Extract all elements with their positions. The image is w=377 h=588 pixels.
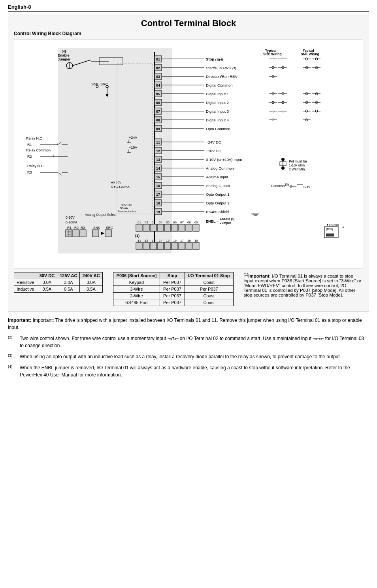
note-2-item: (2) Two wire control shown. For three wi… — [8, 335, 369, 349]
svg-text:○24V: ○24V — [303, 185, 311, 189]
terminal-col1-header: P036 [Start Source] — [113, 272, 160, 279]
svg-rect-237 — [186, 242, 192, 250]
header-label: English-8 — [8, 4, 31, 10]
svg-text:01: 01 — [156, 57, 160, 61]
tables-section: 30V DC 125V AC 240V AC Resistive 3.0A 3.… — [14, 272, 363, 306]
table-row: RS485 Port Per P037 Coast — [113, 299, 233, 306]
resistive-table: 30V DC 125V AC 240V AC Resistive 3.0A 3.… — [14, 272, 103, 293]
terminal-table-wrapper: P036 [Start Source] Stop I/O Terminal 01… — [109, 272, 234, 306]
svg-text:05: 05 — [156, 92, 160, 96]
svg-text:(DSI): (DSI) — [326, 227, 333, 231]
enable-label: (4) — [62, 49, 66, 53]
svg-text:Enable: Enable — [58, 53, 70, 57]
svg-text:Opto Output 2: Opto Output 2 — [206, 201, 230, 205]
svg-rect-236 — [179, 242, 185, 250]
svg-text:RS485 Shield: RS485 Shield — [206, 210, 229, 214]
source-keypad: Keypad — [113, 279, 160, 286]
svg-text:13: 13 — [152, 239, 155, 242]
svg-text:●0-10V: ●0-10V — [111, 181, 122, 184]
inductive-30v: 0.5A — [37, 286, 57, 293]
svg-text:Direction/Run REV: Direction/Run REV — [206, 74, 238, 79]
svg-rect-235 — [172, 242, 178, 250]
svg-text:14: 14 — [156, 166, 160, 170]
table-row: Inductive 0.5A 0.5A 0.5A — [14, 286, 103, 293]
section-box: Control Terminal Block Control Wiring Bl… — [8, 14, 369, 312]
bottom-important-text: Important: Important: The drive is shipp… — [8, 317, 369, 331]
io-2wire: Coast — [185, 293, 233, 299]
svg-text:+24V: +24V — [129, 136, 137, 140]
svg-text:02: 02 — [145, 221, 148, 224]
svg-text:12: 12 — [145, 239, 148, 242]
switch-symbol-inline — [168, 336, 179, 342]
svg-text:13: 13 — [156, 158, 160, 162]
svg-text:03: 03 — [152, 221, 155, 224]
note-2-sup: (2) — [8, 335, 17, 349]
svg-text:11: 11 — [138, 239, 141, 242]
svg-text:1: 1 — [342, 225, 344, 229]
svg-text:Opto Output 1: Opto Output 1 — [206, 192, 230, 197]
svg-rect-209 — [150, 224, 156, 231]
svg-text:Jumper: Jumper — [220, 221, 231, 225]
svg-text:16: 16 — [156, 184, 160, 188]
svg-text:Digital Input 4: Digital Input 4 — [206, 118, 229, 122]
svg-text:Digital Input 3: Digital Input 3 — [206, 109, 229, 113]
svg-text:Relay N.C.: Relay N.C. — [27, 164, 45, 168]
svg-text:Enable (4): Enable (4) — [220, 217, 234, 221]
source-3wire: 3-Wire — [113, 286, 160, 293]
svg-text:R2: R2 — [74, 226, 79, 230]
resistive-label: Resistive — [14, 279, 37, 286]
svg-text:2 Watt Min.: 2 Watt Min. — [289, 167, 306, 171]
svg-rect-213 — [179, 224, 185, 231]
svg-text:1-10k ohm: 1-10k ohm — [289, 163, 305, 167]
important-inline-bold: Important: — [248, 274, 271, 278]
svg-text:15: 15 — [166, 239, 170, 242]
note-3-item: (3) When using an opto output with an in… — [8, 353, 369, 360]
svg-rect-207 — [136, 224, 142, 231]
svg-text:(1): (1) — [135, 234, 139, 238]
svg-text:18: 18 — [187, 239, 191, 242]
svg-text:17: 17 — [180, 239, 184, 242]
svg-rect-191 — [73, 230, 79, 237]
svg-rect-208 — [143, 224, 149, 231]
table-row: Keypad Per P037 Coast — [113, 279, 233, 286]
svg-text:4-20mA Input: 4-20mA Input — [206, 175, 228, 179]
svg-text:← Analog Output Select: ← Analog Output Select — [81, 213, 117, 217]
svg-text:▓▓▓▓: ▓▓▓▓ — [326, 233, 334, 236]
svg-text:Digital Common: Digital Common — [206, 83, 233, 87]
svg-text:R2: R2 — [27, 155, 32, 159]
svg-text:0-10V: 0-10V — [66, 216, 75, 219]
svg-text:● RS485: ● RS485 — [326, 223, 339, 227]
svg-text:⊙●0/4-20mA: ⊙●0/4-20mA — [111, 185, 130, 189]
svg-text:Opto Common: Opto Common — [206, 127, 230, 131]
svg-text:05: 05 — [166, 221, 170, 224]
table-row: 2-Wire Per P037 Coast — [113, 293, 233, 299]
svg-text:Digital Input 2: Digital Input 2 — [206, 100, 229, 105]
svg-text:04: 04 — [156, 83, 160, 87]
svg-text:=: = — [217, 220, 219, 223]
svg-rect-234 — [164, 242, 171, 250]
svg-rect-230 — [136, 242, 142, 250]
svg-text:0-10V (or ±10V) Input: 0-10V (or ±10V) Input — [206, 157, 242, 162]
resistive-header-blank — [14, 272, 37, 279]
resistive-table-wrapper: 30V DC 125V AC 240V AC Resistive 3.0A 3.… — [14, 272, 103, 293]
section-title: Control Terminal Block — [14, 18, 363, 28]
inductive-240v: 0.5A — [80, 286, 102, 293]
resistive-30v: 3.0A — [37, 279, 57, 286]
note-4-item: (4) When the ENBL jumper is removed, I/O… — [8, 364, 369, 378]
bottom-important-content: Important: The drive is shipped with a j… — [8, 318, 362, 330]
svg-text:+10V DC: +10V DC — [206, 149, 221, 153]
terminal-col2-header: Stop — [160, 272, 185, 279]
svg-point-249 — [173, 338, 175, 340]
svg-text:06: 06 — [173, 221, 177, 224]
svg-line-248 — [172, 337, 174, 338]
svg-text:01: 01 — [138, 221, 141, 224]
svg-text:SRC: SRC — [106, 226, 113, 230]
note-3-sup: (3) — [8, 353, 17, 360]
svg-text:08: 08 — [187, 221, 191, 224]
terminal-table: P036 [Start Source] Stop I/O Terminal 01… — [113, 272, 234, 306]
note-3-content: When using an opto output with an induct… — [20, 353, 341, 360]
source-rs485: RS485 Port — [113, 299, 160, 306]
io-rs485: Coast — [185, 299, 233, 306]
svg-rect-212 — [172, 224, 178, 231]
stop-3wire: Per P037 — [160, 286, 185, 293]
